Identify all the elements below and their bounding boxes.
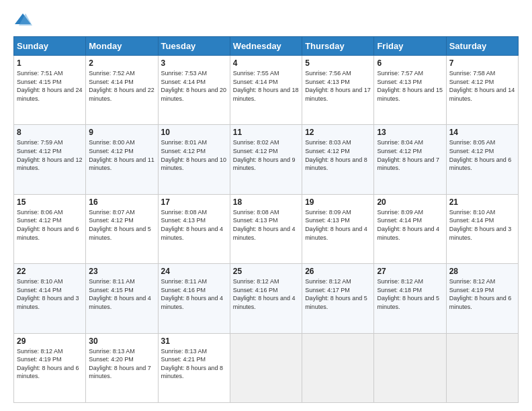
day-number: 4: [233, 58, 299, 68]
calendar-cell: 19Sunrise: 8:09 AMSunset: 4:13 PMDayligh…: [302, 194, 374, 263]
calendar-week-1: 1Sunrise: 7:51 AMSunset: 4:15 PMDaylight…: [14, 56, 519, 125]
day-info: Sunrise: 7:55 AMSunset: 4:14 PMDaylight:…: [233, 69, 299, 103]
calendar-cell: [374, 333, 446, 402]
calendar-cell: 25Sunrise: 8:12 AMSunset: 4:16 PMDayligh…: [230, 264, 302, 333]
day-info: Sunrise: 8:12 AMSunset: 4:19 PMDaylight:…: [17, 347, 83, 381]
day-number: 27: [377, 267, 443, 276]
calendar-cell: 17Sunrise: 8:08 AMSunset: 4:13 PMDayligh…: [158, 194, 230, 263]
day-info: Sunrise: 8:13 AMSunset: 4:20 PMDaylight:…: [89, 347, 154, 381]
day-info: Sunrise: 8:13 AMSunset: 4:21 PMDaylight:…: [161, 347, 227, 381]
day-info: Sunrise: 8:09 AMSunset: 4:14 PMDaylight:…: [377, 208, 443, 242]
day-number: 16: [89, 197, 154, 207]
day-number: 8: [17, 128, 83, 137]
page: SundayMondayTuesdayWednesdayThursdayFrid…: [0, 0, 532, 411]
calendar-cell: 11Sunrise: 8:02 AMSunset: 4:12 PMDayligh…: [230, 125, 302, 194]
day-info: Sunrise: 8:05 AMSunset: 4:12 PMDaylight:…: [449, 138, 515, 172]
day-info: Sunrise: 8:11 AMSunset: 4:16 PMDaylight:…: [161, 277, 227, 311]
day-number: 1: [17, 58, 83, 68]
calendar-cell: 28Sunrise: 8:12 AMSunset: 4:19 PMDayligh…: [446, 264, 518, 333]
day-number: 31: [161, 336, 227, 346]
day-info: Sunrise: 7:56 AMSunset: 4:13 PMDaylight:…: [305, 69, 371, 103]
day-number: 7: [449, 58, 515, 68]
calendar-cell: 16Sunrise: 8:07 AMSunset: 4:12 PMDayligh…: [86, 194, 158, 263]
day-number: 21: [449, 197, 515, 207]
day-number: 11: [233, 128, 299, 137]
day-info: Sunrise: 7:51 AMSunset: 4:15 PMDaylight:…: [17, 69, 83, 103]
day-number: 19: [305, 197, 371, 207]
day-number: 12: [305, 128, 371, 137]
day-info: Sunrise: 8:10 AMSunset: 4:14 PMDaylight:…: [17, 277, 83, 311]
calendar-cell: 2Sunrise: 7:52 AMSunset: 4:14 PMDaylight…: [86, 56, 158, 125]
day-number: 14: [449, 128, 515, 137]
day-info: Sunrise: 8:11 AMSunset: 4:15 PMDaylight:…: [89, 277, 154, 311]
calendar-week-3: 15Sunrise: 8:06 AMSunset: 4:12 PMDayligh…: [14, 194, 519, 263]
day-info: Sunrise: 8:08 AMSunset: 4:13 PMDaylight:…: [233, 208, 299, 242]
calendar-week-5: 29Sunrise: 8:12 AMSunset: 4:19 PMDayligh…: [14, 333, 519, 402]
day-number: 18: [233, 197, 299, 207]
calendar-cell: 22Sunrise: 8:10 AMSunset: 4:14 PMDayligh…: [14, 264, 86, 333]
col-header-thursday: Thursday: [302, 37, 374, 56]
calendar-cell: 21Sunrise: 8:10 AMSunset: 4:14 PMDayligh…: [446, 194, 518, 263]
day-info: Sunrise: 7:59 AMSunset: 4:12 PMDaylight:…: [17, 138, 83, 172]
calendar-header-row: SundayMondayTuesdayWednesdayThursdayFrid…: [14, 37, 519, 56]
col-header-monday: Monday: [86, 37, 158, 56]
calendar-cell: [230, 333, 302, 402]
calendar-cell: 1Sunrise: 7:51 AMSunset: 4:15 PMDaylight…: [14, 56, 86, 125]
day-number: 20: [377, 197, 443, 207]
calendar-cell: 6Sunrise: 7:57 AMSunset: 4:13 PMDaylight…: [374, 56, 446, 125]
day-number: 15: [17, 197, 83, 207]
calendar-cell: 13Sunrise: 8:04 AMSunset: 4:12 PMDayligh…: [374, 125, 446, 194]
calendar-cell: 24Sunrise: 8:11 AMSunset: 4:16 PMDayligh…: [158, 264, 230, 333]
calendar-cell: 8Sunrise: 7:59 AMSunset: 4:12 PMDaylight…: [14, 125, 86, 194]
calendar-week-2: 8Sunrise: 7:59 AMSunset: 4:12 PMDaylight…: [14, 125, 519, 194]
day-number: 9: [89, 128, 154, 137]
day-number: 22: [17, 267, 83, 276]
calendar-cell: 10Sunrise: 8:01 AMSunset: 4:12 PMDayligh…: [158, 125, 230, 194]
day-info: Sunrise: 8:08 AMSunset: 4:13 PMDaylight:…: [161, 208, 227, 242]
day-info: Sunrise: 8:03 AMSunset: 4:12 PMDaylight:…: [305, 138, 371, 172]
day-info: Sunrise: 7:53 AMSunset: 4:14 PMDaylight:…: [161, 69, 227, 103]
day-number: 26: [305, 267, 371, 276]
calendar-cell: 15Sunrise: 8:06 AMSunset: 4:12 PMDayligh…: [14, 194, 86, 263]
day-info: Sunrise: 8:12 AMSunset: 4:17 PMDaylight:…: [305, 277, 371, 311]
col-header-wednesday: Wednesday: [230, 37, 302, 56]
day-number: 13: [377, 128, 443, 137]
day-number: 17: [161, 197, 227, 207]
calendar-cell: 14Sunrise: 8:05 AMSunset: 4:12 PMDayligh…: [446, 125, 518, 194]
day-info: Sunrise: 8:07 AMSunset: 4:12 PMDaylight:…: [89, 208, 154, 242]
day-number: 3: [161, 58, 227, 68]
calendar-cell: 20Sunrise: 8:09 AMSunset: 4:14 PMDayligh…: [374, 194, 446, 263]
logo: [13, 11, 35, 30]
day-info: Sunrise: 8:02 AMSunset: 4:12 PMDaylight:…: [233, 138, 299, 172]
day-info: Sunrise: 8:10 AMSunset: 4:14 PMDaylight:…: [449, 208, 515, 242]
day-number: 24: [161, 267, 227, 276]
col-header-sunday: Sunday: [14, 37, 86, 56]
calendar-table: SundayMondayTuesdayWednesdayThursdayFrid…: [13, 36, 519, 403]
day-number: 5: [305, 58, 371, 68]
col-header-friday: Friday: [374, 37, 446, 56]
day-info: Sunrise: 8:12 AMSunset: 4:19 PMDaylight:…: [449, 277, 515, 311]
day-info: Sunrise: 7:57 AMSunset: 4:13 PMDaylight:…: [377, 69, 443, 103]
day-info: Sunrise: 8:04 AMSunset: 4:12 PMDaylight:…: [377, 138, 443, 172]
calendar-cell: 4Sunrise: 7:55 AMSunset: 4:14 PMDaylight…: [230, 56, 302, 125]
calendar-cell: 3Sunrise: 7:53 AMSunset: 4:14 PMDaylight…: [158, 56, 230, 125]
day-info: Sunrise: 7:52 AMSunset: 4:14 PMDaylight:…: [89, 69, 154, 103]
calendar-cell: 27Sunrise: 8:12 AMSunset: 4:18 PMDayligh…: [374, 264, 446, 333]
day-number: 25: [233, 267, 299, 276]
calendar-week-4: 22Sunrise: 8:10 AMSunset: 4:14 PMDayligh…: [14, 264, 519, 333]
calendar-cell: 31Sunrise: 8:13 AMSunset: 4:21 PMDayligh…: [158, 333, 230, 402]
logo-icon: [13, 11, 32, 30]
calendar-cell: 9Sunrise: 8:00 AMSunset: 4:12 PMDaylight…: [86, 125, 158, 194]
header: [13, 11, 519, 30]
day-info: Sunrise: 8:12 AMSunset: 4:16 PMDaylight:…: [233, 277, 299, 311]
day-number: 23: [89, 267, 154, 276]
day-info: Sunrise: 8:09 AMSunset: 4:13 PMDaylight:…: [305, 208, 371, 242]
calendar-cell: [302, 333, 374, 402]
day-number: 30: [89, 336, 154, 346]
calendar-cell: 18Sunrise: 8:08 AMSunset: 4:13 PMDayligh…: [230, 194, 302, 263]
day-number: 6: [377, 58, 443, 68]
col-header-tuesday: Tuesday: [158, 37, 230, 56]
calendar-cell: 30Sunrise: 8:13 AMSunset: 4:20 PMDayligh…: [86, 333, 158, 402]
calendar-cell: 29Sunrise: 8:12 AMSunset: 4:19 PMDayligh…: [14, 333, 86, 402]
day-info: Sunrise: 8:00 AMSunset: 4:12 PMDaylight:…: [89, 138, 154, 172]
